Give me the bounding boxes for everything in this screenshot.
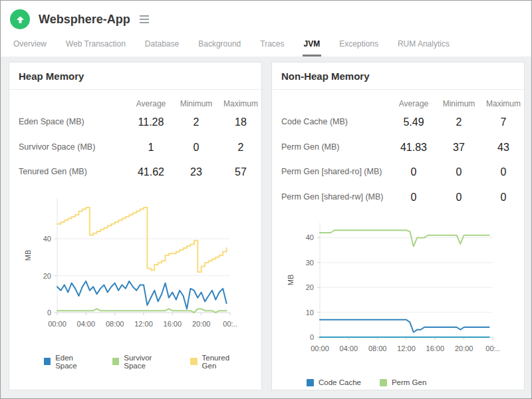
- svg-text:0: 0: [310, 333, 314, 341]
- metric-average: 11.28: [126, 116, 176, 128]
- metric-label: Tenured Gen (MB): [19, 166, 126, 178]
- metric-label: Eden Space (MB): [19, 116, 126, 128]
- column-header-average: Average: [389, 99, 438, 108]
- up-arrow-icon: [15, 15, 25, 25]
- metric-minimum: 0: [176, 142, 217, 154]
- svg-text:00:00: 00:00: [311, 344, 329, 352]
- svg-text:08:00: 08:00: [106, 320, 124, 328]
- non-heap-memory-chart[interactable]: 01020304000:0004:0008:0012:0016:0020:000…: [272, 217, 506, 354]
- legend-label: Perm Gen: [392, 378, 426, 386]
- tab-bar: OverviewWeb TransactionDatabaseBackgroun…: [10, 32, 522, 57]
- table-header-row: AverageMinimumMaximum: [281, 95, 525, 110]
- metric-label: Perm Gen (MB): [281, 142, 389, 154]
- svg-text:40: 40: [43, 235, 51, 243]
- series-line-perm-gen: [320, 231, 489, 247]
- hamburger-menu-icon[interactable]: [138, 13, 151, 25]
- svg-text:16:00: 16:00: [426, 344, 445, 352]
- legend-row: Code CachePerm Gen: [307, 378, 524, 386]
- metric-minimum: 2: [438, 116, 479, 128]
- column-header-maximum: Maximum: [217, 99, 262, 108]
- column-header-minimum: Minimum: [176, 99, 217, 108]
- non-heap-chart-area: 01020304000:0004:0008:0012:0016:0020:000…: [272, 209, 524, 357]
- metric-label: Perm Gen [shared-ro] (MB): [281, 166, 389, 178]
- metric-maximum: 57: [217, 166, 262, 178]
- table-row: Tenured Gen (MB)41.622357: [19, 160, 262, 185]
- legend-label: Eden Space: [55, 354, 94, 370]
- metric-maximum: 7: [479, 116, 525, 128]
- table-header-row: AverageMinimumMaximum: [19, 95, 262, 110]
- tab-database[interactable]: Database: [144, 39, 180, 57]
- legend-row: Eden SpaceSurvivor SpaceTenured Gen: [44, 354, 261, 370]
- legend-item-eden-space[interactable]: Eden Space: [44, 354, 94, 370]
- table-row: Code Cache (MB)5.4927: [281, 110, 525, 135]
- legend-item-tenured-gen[interactable]: Tenured Gen: [190, 354, 243, 370]
- metric-maximum: 2: [217, 142, 262, 154]
- metric-average: 41.83: [389, 142, 438, 154]
- app-window: Websphere-App OverviewWeb TransactionDat…: [0, 0, 532, 399]
- metric-average: 0: [389, 166, 438, 178]
- metric-maximum: 43: [479, 142, 525, 154]
- tab-overview[interactable]: Overview: [12, 39, 48, 57]
- svg-text:04:00: 04:00: [77, 320, 96, 328]
- metric-minimum: 23: [176, 166, 217, 178]
- tab-background[interactable]: Background: [197, 39, 242, 57]
- svg-text:00:..: 00:..: [223, 320, 237, 328]
- app-title-row: Websphere-App: [10, 7, 522, 32]
- svg-text:12:00: 12:00: [397, 344, 416, 352]
- dashboard-content: Heap Memory AverageMinimumMaximumEden Sp…: [1, 57, 531, 398]
- legend-item-perm-gen[interactable]: Perm Gen: [380, 378, 426, 386]
- heap-chart-legend: Eden SpaceSurvivor SpaceTenured Gen: [9, 354, 261, 370]
- metric-maximum: 0: [479, 192, 525, 203]
- svg-text:20:00: 20:00: [455, 344, 473, 352]
- legend-label: Code Cache: [319, 378, 361, 386]
- metric-minimum: 0: [438, 166, 479, 178]
- app-status-icon: [10, 9, 30, 29]
- svg-text:20: 20: [306, 284, 314, 292]
- heap-chart-area: 0204000:0004:0008:0012:0016:0020:0000:..…: [9, 185, 261, 332]
- metric-average: 41.62: [126, 166, 176, 178]
- legend-label: Survivor Space: [124, 354, 172, 370]
- svg-text:40: 40: [306, 234, 314, 242]
- tab-traces[interactable]: Traces: [259, 39, 285, 57]
- tab-jvm[interactable]: JVM: [303, 39, 322, 57]
- heap-memory-chart[interactable]: 0204000:0004:0008:0012:0016:0020:0000:..…: [9, 193, 243, 330]
- table-row: Perm Gen (MB)41.833743: [281, 135, 525, 160]
- metric-maximum: 18: [217, 116, 262, 128]
- table-row: Perm Gen [shared-rw] (MB)000: [281, 185, 525, 210]
- metric-minimum: 2: [176, 116, 217, 128]
- column-header-average: Average: [126, 99, 176, 108]
- app-title: Websphere-App: [39, 13, 130, 27]
- legend-item-code-cache[interactable]: Code Cache: [307, 378, 361, 386]
- heap-metrics-table: AverageMinimumMaximumEden Space (MB)11.2…: [9, 90, 262, 185]
- legend-swatch: [44, 358, 51, 365]
- legend-swatch: [190, 358, 197, 365]
- table-row: Eden Space (MB)11.28218: [19, 110, 262, 135]
- svg-text:30: 30: [306, 259, 314, 267]
- metric-average: 1: [126, 142, 176, 154]
- metric-average: 0: [389, 192, 438, 203]
- svg-text:08:00: 08:00: [368, 344, 387, 352]
- legend-swatch: [380, 379, 387, 386]
- table-row: Survivor Space (MB)102: [19, 135, 262, 160]
- series-line-tenured-gen: [57, 207, 227, 272]
- svg-text:12:00: 12:00: [134, 320, 153, 328]
- svg-text:MB: MB: [24, 250, 32, 261]
- legend-item-survivor-space[interactable]: Survivor Space: [112, 354, 172, 370]
- tab-rum-analytics[interactable]: RUM Analytics: [396, 39, 451, 57]
- legend-label: Tenured Gen: [202, 354, 243, 370]
- svg-text:10: 10: [306, 309, 314, 317]
- non-heap-chart-legend: Code CachePerm GenPerm Gen [shared-ro]Pe…: [272, 378, 524, 390]
- non-heap-memory-panel: Non-Heap Memory AverageMinimumMaximumCod…: [271, 62, 525, 390]
- metric-label: Code Cache (MB): [281, 116, 389, 128]
- legend-swatch: [112, 358, 119, 365]
- metric-minimum: 37: [438, 142, 479, 154]
- tab-exceptions[interactable]: Exceptions: [338, 39, 380, 57]
- metric-maximum: 0: [479, 166, 525, 178]
- svg-text:16:00: 16:00: [164, 320, 182, 328]
- series-line-code-cache: [320, 320, 489, 332]
- metric-label: Perm Gen [shared-rw] (MB): [281, 192, 389, 203]
- tab-web-transaction[interactable]: Web Transaction: [65, 39, 127, 57]
- svg-text:04:00: 04:00: [340, 344, 358, 352]
- app-header: Websphere-App OverviewWeb TransactionDat…: [1, 1, 531, 57]
- svg-text:0: 0: [47, 309, 51, 317]
